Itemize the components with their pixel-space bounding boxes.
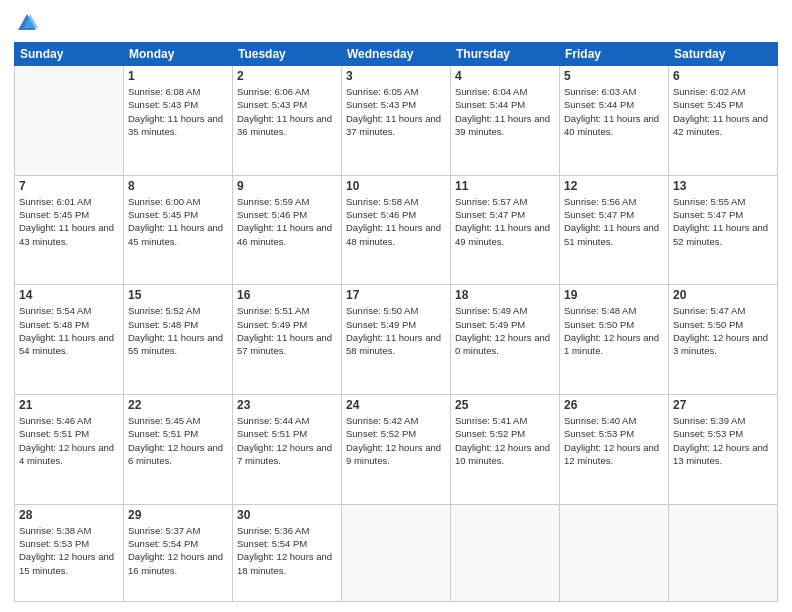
day-header-sunday: Sunday <box>15 43 124 66</box>
day-header-thursday: Thursday <box>451 43 560 66</box>
week-row-2: 7Sunrise: 6:01 AMSunset: 5:45 PMDaylight… <box>15 175 778 285</box>
calendar-cell: 14Sunrise: 5:54 AMSunset: 5:48 PMDayligh… <box>15 285 124 395</box>
day-info: Sunrise: 5:44 AMSunset: 5:51 PMDaylight:… <box>237 414 337 467</box>
day-number: 4 <box>455 69 555 83</box>
calendar-cell: 30Sunrise: 5:36 AMSunset: 5:54 PMDayligh… <box>233 504 342 601</box>
day-number: 23 <box>237 398 337 412</box>
calendar-cell: 12Sunrise: 5:56 AMSunset: 5:47 PMDayligh… <box>560 175 669 285</box>
calendar-cell: 18Sunrise: 5:49 AMSunset: 5:49 PMDayligh… <box>451 285 560 395</box>
calendar-cell: 13Sunrise: 5:55 AMSunset: 5:47 PMDayligh… <box>669 175 778 285</box>
day-info: Sunrise: 6:00 AMSunset: 5:45 PMDaylight:… <box>128 195 228 248</box>
calendar-cell: 11Sunrise: 5:57 AMSunset: 5:47 PMDayligh… <box>451 175 560 285</box>
day-header-friday: Friday <box>560 43 669 66</box>
calendar-cell: 21Sunrise: 5:46 AMSunset: 5:51 PMDayligh… <box>15 395 124 505</box>
calendar-cell: 5Sunrise: 6:03 AMSunset: 5:44 PMDaylight… <box>560 66 669 176</box>
week-row-3: 14Sunrise: 5:54 AMSunset: 5:48 PMDayligh… <box>15 285 778 395</box>
day-info: Sunrise: 5:54 AMSunset: 5:48 PMDaylight:… <box>19 304 119 357</box>
calendar-cell: 6Sunrise: 6:02 AMSunset: 5:45 PMDaylight… <box>669 66 778 176</box>
day-number: 22 <box>128 398 228 412</box>
day-number: 3 <box>346 69 446 83</box>
day-info: Sunrise: 5:50 AMSunset: 5:49 PMDaylight:… <box>346 304 446 357</box>
day-info: Sunrise: 5:52 AMSunset: 5:48 PMDaylight:… <box>128 304 228 357</box>
day-info: Sunrise: 6:02 AMSunset: 5:45 PMDaylight:… <box>673 85 773 138</box>
day-info: Sunrise: 5:51 AMSunset: 5:49 PMDaylight:… <box>237 304 337 357</box>
day-info: Sunrise: 5:36 AMSunset: 5:54 PMDaylight:… <box>237 524 337 577</box>
day-info: Sunrise: 5:46 AMSunset: 5:51 PMDaylight:… <box>19 414 119 467</box>
calendar-cell: 29Sunrise: 5:37 AMSunset: 5:54 PMDayligh… <box>124 504 233 601</box>
day-info: Sunrise: 5:57 AMSunset: 5:47 PMDaylight:… <box>455 195 555 248</box>
calendar-cell <box>560 504 669 601</box>
day-number: 7 <box>19 179 119 193</box>
day-number: 14 <box>19 288 119 302</box>
day-info: Sunrise: 5:42 AMSunset: 5:52 PMDaylight:… <box>346 414 446 467</box>
day-info: Sunrise: 5:37 AMSunset: 5:54 PMDaylight:… <box>128 524 228 577</box>
calendar-cell: 25Sunrise: 5:41 AMSunset: 5:52 PMDayligh… <box>451 395 560 505</box>
day-number: 20 <box>673 288 773 302</box>
day-number: 21 <box>19 398 119 412</box>
day-number: 1 <box>128 69 228 83</box>
week-row-5: 28Sunrise: 5:38 AMSunset: 5:53 PMDayligh… <box>15 504 778 601</box>
day-info: Sunrise: 5:49 AMSunset: 5:49 PMDaylight:… <box>455 304 555 357</box>
day-number: 8 <box>128 179 228 193</box>
calendar-cell: 1Sunrise: 6:08 AMSunset: 5:43 PMDaylight… <box>124 66 233 176</box>
calendar-cell <box>669 504 778 601</box>
day-number: 28 <box>19 508 119 522</box>
day-info: Sunrise: 5:55 AMSunset: 5:47 PMDaylight:… <box>673 195 773 248</box>
calendar-cell: 10Sunrise: 5:58 AMSunset: 5:46 PMDayligh… <box>342 175 451 285</box>
day-number: 5 <box>564 69 664 83</box>
week-row-1: 1Sunrise: 6:08 AMSunset: 5:43 PMDaylight… <box>15 66 778 176</box>
day-number: 12 <box>564 179 664 193</box>
day-number: 30 <box>237 508 337 522</box>
calendar-cell: 28Sunrise: 5:38 AMSunset: 5:53 PMDayligh… <box>15 504 124 601</box>
day-number: 9 <box>237 179 337 193</box>
day-info: Sunrise: 6:04 AMSunset: 5:44 PMDaylight:… <box>455 85 555 138</box>
day-info: Sunrise: 5:40 AMSunset: 5:53 PMDaylight:… <box>564 414 664 467</box>
day-info: Sunrise: 5:41 AMSunset: 5:52 PMDaylight:… <box>455 414 555 467</box>
calendar-cell <box>342 504 451 601</box>
week-row-4: 21Sunrise: 5:46 AMSunset: 5:51 PMDayligh… <box>15 395 778 505</box>
calendar-cell <box>15 66 124 176</box>
calendar-table: SundayMondayTuesdayWednesdayThursdayFrid… <box>14 42 778 602</box>
calendar-cell: 26Sunrise: 5:40 AMSunset: 5:53 PMDayligh… <box>560 395 669 505</box>
day-number: 18 <box>455 288 555 302</box>
calendar-cell: 27Sunrise: 5:39 AMSunset: 5:53 PMDayligh… <box>669 395 778 505</box>
day-headers-row: SundayMondayTuesdayWednesdayThursdayFrid… <box>15 43 778 66</box>
day-info: Sunrise: 6:03 AMSunset: 5:44 PMDaylight:… <box>564 85 664 138</box>
day-number: 11 <box>455 179 555 193</box>
day-info: Sunrise: 6:05 AMSunset: 5:43 PMDaylight:… <box>346 85 446 138</box>
calendar-cell: 9Sunrise: 5:59 AMSunset: 5:46 PMDaylight… <box>233 175 342 285</box>
day-number: 6 <box>673 69 773 83</box>
day-header-monday: Monday <box>124 43 233 66</box>
day-number: 10 <box>346 179 446 193</box>
day-number: 16 <box>237 288 337 302</box>
calendar-cell: 22Sunrise: 5:45 AMSunset: 5:51 PMDayligh… <box>124 395 233 505</box>
day-number: 24 <box>346 398 446 412</box>
calendar-cell: 2Sunrise: 6:06 AMSunset: 5:43 PMDaylight… <box>233 66 342 176</box>
day-number: 19 <box>564 288 664 302</box>
calendar-cell: 16Sunrise: 5:51 AMSunset: 5:49 PMDayligh… <box>233 285 342 395</box>
calendar-cell: 7Sunrise: 6:01 AMSunset: 5:45 PMDaylight… <box>15 175 124 285</box>
calendar-cell <box>451 504 560 601</box>
calendar-cell: 15Sunrise: 5:52 AMSunset: 5:48 PMDayligh… <box>124 285 233 395</box>
day-number: 15 <box>128 288 228 302</box>
calendar-cell: 24Sunrise: 5:42 AMSunset: 5:52 PMDayligh… <box>342 395 451 505</box>
day-info: Sunrise: 5:56 AMSunset: 5:47 PMDaylight:… <box>564 195 664 248</box>
calendar-cell: 17Sunrise: 5:50 AMSunset: 5:49 PMDayligh… <box>342 285 451 395</box>
calendar-cell: 8Sunrise: 6:00 AMSunset: 5:45 PMDaylight… <box>124 175 233 285</box>
day-info: Sunrise: 5:39 AMSunset: 5:53 PMDaylight:… <box>673 414 773 467</box>
day-number: 2 <box>237 69 337 83</box>
calendar-cell: 19Sunrise: 5:48 AMSunset: 5:50 PMDayligh… <box>560 285 669 395</box>
day-info: Sunrise: 5:45 AMSunset: 5:51 PMDaylight:… <box>128 414 228 467</box>
day-info: Sunrise: 6:06 AMSunset: 5:43 PMDaylight:… <box>237 85 337 138</box>
calendar-cell: 23Sunrise: 5:44 AMSunset: 5:51 PMDayligh… <box>233 395 342 505</box>
day-number: 17 <box>346 288 446 302</box>
calendar-cell: 4Sunrise: 6:04 AMSunset: 5:44 PMDaylight… <box>451 66 560 176</box>
logo-icon <box>16 12 38 34</box>
calendar-cell: 20Sunrise: 5:47 AMSunset: 5:50 PMDayligh… <box>669 285 778 395</box>
day-number: 27 <box>673 398 773 412</box>
day-info: Sunrise: 5:59 AMSunset: 5:46 PMDaylight:… <box>237 195 337 248</box>
day-number: 26 <box>564 398 664 412</box>
day-number: 29 <box>128 508 228 522</box>
day-header-wednesday: Wednesday <box>342 43 451 66</box>
day-info: Sunrise: 5:38 AMSunset: 5:53 PMDaylight:… <box>19 524 119 577</box>
